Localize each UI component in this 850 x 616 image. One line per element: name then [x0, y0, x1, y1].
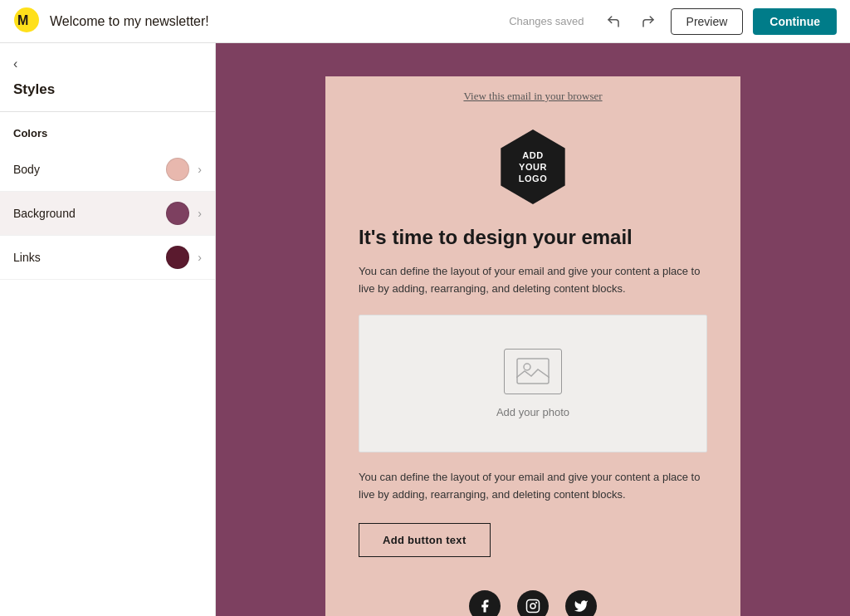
colors-section-label: Colors: [0, 112, 215, 148]
continue-button[interactable]: Continue: [753, 8, 837, 35]
main-layout: ‹ Styles Colors Body › Background › Link…: [0, 43, 850, 616]
twitter-icon[interactable]: [565, 590, 597, 616]
preview-button[interactable]: Preview: [671, 8, 744, 35]
sidebar-title: Styles: [0, 78, 215, 112]
email-preview: View this email in your browser ADDYOURL…: [325, 76, 740, 616]
links-color-row[interactable]: Links ›: [0, 236, 215, 280]
background-color-row[interactable]: Background ›: [0, 192, 215, 236]
redo-button[interactable]: [636, 9, 661, 34]
photo-caption: Add your photo: [496, 406, 569, 418]
photo-block[interactable]: Add your photo: [359, 315, 707, 452]
background-color-swatch: [166, 202, 189, 225]
email-body-text2: You can define the layout of your email …: [359, 469, 707, 504]
logo-hexagon[interactable]: ADDYOURLOGO: [496, 130, 570, 204]
cta-button[interactable]: Add button text: [359, 523, 491, 557]
topbar: M Welcome to my newsletter! Changes save…: [0, 0, 850, 43]
email-body-text: You can define the layout of your email …: [359, 263, 707, 298]
links-chevron-icon: ›: [198, 251, 202, 264]
email-logo-area: ADDYOURLOGO: [325, 116, 740, 224]
body-color-row[interactable]: Body ›: [0, 148, 215, 192]
links-color-swatch: [166, 246, 189, 269]
social-icons-row: [359, 582, 707, 616]
svg-point-6: [535, 602, 537, 604]
view-in-browser-section: View this email in your browser: [325, 76, 740, 116]
links-color-label: Links: [13, 251, 166, 264]
canvas-area: View this email in your browser ADDYOURL…: [216, 43, 850, 616]
cta-button-area: Add button text: [359, 523, 707, 557]
instagram-icon[interactable]: [517, 590, 549, 616]
svg-text:M: M: [17, 13, 28, 27]
body-color-swatch: [166, 158, 189, 181]
save-status: Changes saved: [509, 15, 584, 27]
svg-rect-4: [527, 600, 540, 613]
logo-text: ADDYOURLOGO: [519, 149, 547, 185]
sidebar: ‹ Styles Colors Body › Background › Link…: [0, 43, 216, 616]
body-color-label: Body: [13, 163, 166, 176]
mailchimp-logo: M: [13, 7, 40, 37]
page-title: Welcome to my newsletter!: [50, 14, 499, 29]
photo-placeholder-icon: [504, 349, 562, 394]
body-chevron-icon: ›: [198, 163, 202, 176]
background-color-label: Background: [13, 207, 166, 220]
facebook-icon[interactable]: [469, 590, 501, 616]
svg-point-5: [530, 604, 535, 609]
back-arrow-icon: ‹: [13, 56, 17, 71]
sidebar-back-button[interactable]: ‹: [0, 43, 215, 78]
undo-button[interactable]: [601, 9, 626, 34]
background-chevron-icon: ›: [198, 207, 202, 220]
svg-rect-2: [517, 359, 549, 384]
svg-point-3: [524, 364, 530, 370]
view-in-browser-link[interactable]: View this email in your browser: [463, 90, 602, 102]
email-body: It's time to design your email You can d…: [325, 224, 740, 616]
email-headline: It's time to design your email: [359, 224, 707, 250]
